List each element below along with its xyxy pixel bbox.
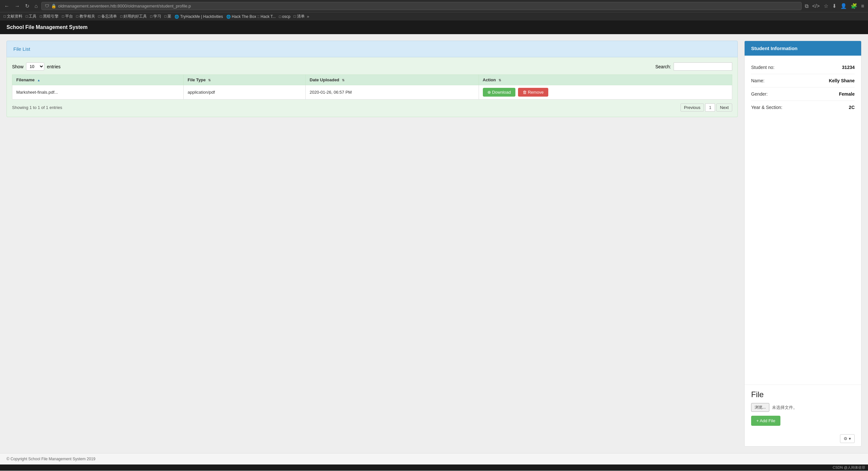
bookmarks-bar: 文献资料 工具 黑暗引擎 平台 教学相关 备忘清单 好用的好工具 学习 菜 Tr… [0, 12, 868, 21]
entries-select[interactable]: 10 25 50 100 [26, 63, 44, 71]
bookmark-beiwang[interactable]: 备忘清单 [97, 13, 118, 20]
header-row: Filename ▲ File Type ⇅ Date Uploaded ⇅ A… [12, 75, 732, 85]
download-label: Download [492, 90, 511, 95]
show-label: Show [12, 64, 24, 69]
no-file-text: 未选择文件。 [772, 405, 797, 410]
bookmark-wenxian[interactable]: 文献资料 [3, 13, 24, 20]
app-title: School File Management System [6, 24, 88, 30]
cell-dateuploaded: 2020-01-26, 06:57 PM [306, 85, 478, 100]
download-icon[interactable]: ⬇ [831, 2, 838, 10]
copy-icon[interactable]: ⧉ [804, 2, 810, 10]
show-entries: Show 10 25 50 100 entries [12, 63, 61, 71]
file-section-title: File [751, 390, 855, 399]
reload-button[interactable]: ↻ [24, 2, 31, 10]
name-value: Kelly Shane [829, 78, 855, 83]
bookmark-star-icon[interactable]: ☆ [823, 2, 830, 10]
download-plus-icon: ⊕ [487, 90, 491, 95]
bookmark-oscp[interactable]: oscp [278, 14, 291, 19]
page-number: 1 [705, 103, 715, 111]
info-row-studentno: Student no: 31234 [751, 61, 855, 74]
studentno-label: Student no: [751, 65, 775, 70]
shield-icon: 🛡 [45, 4, 49, 8]
dropdown-arrow-icon: ▾ [849, 436, 851, 441]
profile-icon[interactable]: 👤 [839, 2, 848, 10]
studentno-value: 31234 [842, 65, 855, 70]
extensions-icon[interactable]: 🧩 [849, 2, 859, 10]
bookmark-hackthebox[interactable]: Hack The Box :: Hack T... [225, 14, 277, 19]
remove-trash-icon: 🗑 [523, 90, 527, 95]
yearsection-value: 2C [849, 105, 855, 110]
yearsection-label: Year & Section: [751, 105, 782, 110]
gender-value: Female [839, 91, 855, 97]
bookmarks-more[interactable]: » [307, 14, 309, 19]
search-box: Search: [655, 63, 732, 71]
filename-sort-icon: ▲ [37, 78, 40, 82]
filetype-sort-icon: ⇅ [208, 78, 211, 82]
back-button[interactable]: ← [3, 3, 11, 10]
col-filetype[interactable]: File Type ⇅ [184, 75, 306, 85]
footer-text: © Copyright School File Management Syste… [6, 457, 95, 461]
student-info-header: Student Information [745, 41, 861, 56]
bookmark-cai[interactable]: 菜 [163, 13, 173, 20]
home-button[interactable]: ⌂ [33, 3, 39, 10]
info-row-gender: Gender: Female [751, 88, 855, 101]
student-info-body: Student no: 31234 Name: Kelly Shane Gend… [745, 56, 861, 384]
bookmark-jiaoxue[interactable]: 教学相关 [75, 13, 96, 20]
footer: © Copyright School File Management Syste… [0, 453, 868, 465]
main-content: File List Show 10 25 50 100 entries Sear… [0, 34, 868, 453]
forward-button[interactable]: → [13, 3, 22, 10]
status-bar: CSDN @人间体佐菲 [0, 465, 868, 471]
file-list-header: File List [6, 41, 738, 57]
date-sort-icon: ⇅ [342, 78, 344, 82]
table-controls: Show 10 25 50 100 entries Search: [12, 63, 732, 71]
devtools-icon[interactable]: </> [811, 2, 821, 10]
showing-text: Showing 1 to 1 of 1 entries [12, 105, 62, 110]
col-action[interactable]: Action ⇅ [478, 75, 732, 85]
bookmark-haoyong[interactable]: 好用的好工具 [119, 13, 148, 20]
address-bar[interactable]: 🛡 🔒 oldmanagement.seventeen.htb:8000/old… [41, 2, 802, 10]
search-input[interactable] [674, 63, 732, 71]
bookmark-qingdan[interactable]: 清单 [293, 13, 306, 20]
browser-chrome: ← → ↻ ⌂ 🛡 🔒 oldmanagement.seventeen.htb:… [0, 0, 868, 12]
add-file-button[interactable]: + Add File [751, 416, 780, 426]
status-text: CSDN @人间体佐菲 [833, 465, 865, 470]
student-info-title: Student Information [751, 45, 798, 51]
table-body: Marksheet-finals.pdf... application/pdf … [12, 85, 732, 100]
previous-button[interactable]: Previous [680, 103, 704, 111]
download-button[interactable]: ⊕ Download [483, 88, 516, 97]
pagination: Previous 1 Next [680, 103, 732, 111]
browser-actions: ⧉ </> ☆ ⬇ 👤 🧩 ≡ [804, 2, 865, 10]
info-row-name: Name: Kelly Shane [751, 74, 855, 88]
lock-icon: 🔒 [51, 4, 56, 8]
bookmark-xuexi[interactable]: 学习 [149, 13, 162, 20]
bookmark-tryhackme[interactable]: TryHackMe | Hacktivities [174, 14, 224, 19]
bookmark-pingtai[interactable]: 平台 [61, 13, 74, 20]
right-panel: Student Information Student no: 31234 Na… [744, 41, 862, 447]
settings-btn-row: ⚙ ▾ [745, 431, 861, 446]
table-row: Marksheet-finals.pdf... application/pdf … [12, 85, 732, 100]
gear-icon: ⚙ [844, 436, 847, 441]
cell-filename: Marksheet-finals.pdf... [12, 85, 184, 100]
info-row-year-section: Year & Section: 2C [751, 101, 855, 114]
bookmark-gongju[interactable]: 工具 [25, 13, 38, 20]
add-file-label: + Add File [756, 418, 775, 423]
left-panel: File List Show 10 25 50 100 entries Sear… [6, 41, 738, 447]
file-input-row: 浏览... 未选择文件。 [751, 403, 855, 412]
search-label: Search: [655, 64, 671, 69]
app-header: School File Management System [0, 21, 868, 34]
table-container: Show 10 25 50 100 entries Search: [6, 57, 738, 117]
menu-icon[interactable]: ≡ [860, 2, 865, 10]
action-sort-icon: ⇅ [498, 78, 501, 82]
table-info: Showing 1 to 1 of 1 entries Previous 1 N… [12, 103, 732, 111]
bookmark-heimangs[interactable]: 黑暗引擎 [39, 13, 60, 20]
settings-button[interactable]: ⚙ ▾ [840, 434, 855, 443]
col-filename[interactable]: Filename ▲ [12, 75, 184, 85]
file-section: File 浏览... 未选择文件。 + Add File [745, 384, 861, 431]
data-table: Filename ▲ File Type ⇅ Date Uploaded ⇅ A… [12, 74, 732, 100]
next-button[interactable]: Next [716, 103, 732, 111]
remove-button[interactable]: 🗑 Remove [518, 88, 548, 97]
col-dateuploaded[interactable]: Date Uploaded ⇅ [306, 75, 478, 85]
name-label: Name: [751, 78, 765, 83]
entries-label: entries [47, 64, 61, 69]
browse-button[interactable]: 浏览... [751, 403, 769, 412]
